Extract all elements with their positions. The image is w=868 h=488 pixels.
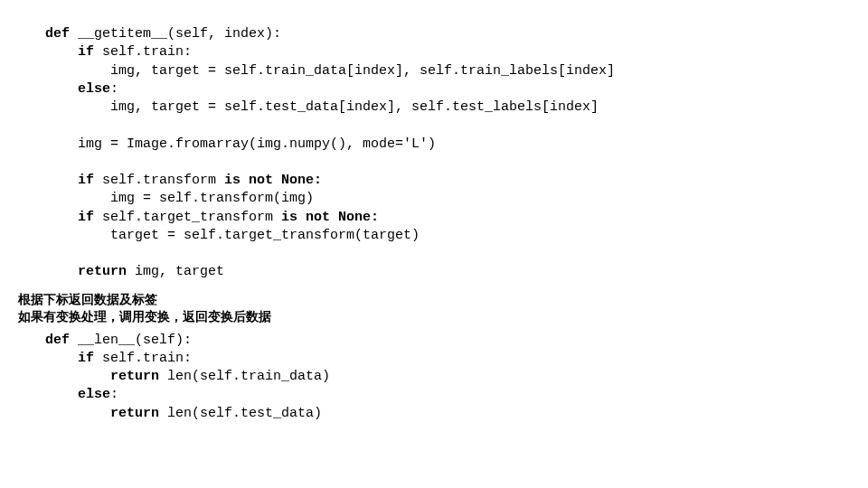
kw-def: def bbox=[45, 26, 70, 42]
kw-def: def bbox=[45, 333, 70, 348]
commentary-block: 根据下标返回数据及标签 如果有变换处理，调用变换，返回变换后数据 bbox=[18, 291, 868, 326]
code-text: self.train: bbox=[94, 351, 192, 366]
commentary-line: 根据下标返回数据及标签 bbox=[18, 291, 868, 309]
code-text: self.train: bbox=[94, 44, 192, 60]
blank-line bbox=[45, 246, 53, 261]
code-block-len: def __len__(self): if self.train: return… bbox=[45, 332, 868, 423]
commentary-line: 如果有变换处理，调用变换，返回变换后数据 bbox=[18, 308, 868, 326]
code-text: len(self.train_data) bbox=[159, 369, 330, 384]
kw-return: return bbox=[45, 406, 159, 421]
kw-else: else bbox=[45, 387, 110, 402]
code-text: img, target = self.train_data[index], se… bbox=[45, 63, 615, 79]
code-block-getitem: def __getitem__(self, index): if self.tr… bbox=[45, 25, 868, 282]
blank-line bbox=[45, 117, 53, 133]
kw-isnotnone: is not None: bbox=[224, 173, 322, 188]
code-text: img, target = self.test_data[index], sel… bbox=[45, 99, 599, 115]
code-text: len(self.test_data) bbox=[159, 406, 322, 421]
kw-if: if bbox=[45, 351, 94, 366]
kw-if: if bbox=[45, 210, 94, 225]
page-content: def __getitem__(self, index): if self.tr… bbox=[0, 0, 868, 423]
blank-line bbox=[45, 155, 53, 170]
kw-else: else bbox=[45, 81, 110, 97]
kw-if: if bbox=[45, 44, 94, 60]
code-text: : bbox=[110, 81, 118, 97]
code-text: __getitem__(self, index): bbox=[70, 26, 281, 42]
code-text: img = Image.fromarray(img.numpy(), mode=… bbox=[45, 136, 436, 152]
code-text: img = self.transform(img) bbox=[45, 191, 314, 206]
kw-return: return bbox=[45, 264, 127, 279]
kw-isnotnone: is not None: bbox=[281, 210, 379, 225]
code-text: : bbox=[110, 387, 118, 402]
code-text: self.target_transform bbox=[94, 210, 281, 225]
code-text: img, target bbox=[127, 264, 224, 279]
kw-if: if bbox=[45, 173, 94, 188]
code-text: target = self.target_transform(target) bbox=[45, 228, 420, 243]
code-text: __len__(self): bbox=[70, 333, 192, 348]
code-text: self.transform bbox=[94, 173, 224, 188]
kw-return: return bbox=[45, 369, 159, 384]
